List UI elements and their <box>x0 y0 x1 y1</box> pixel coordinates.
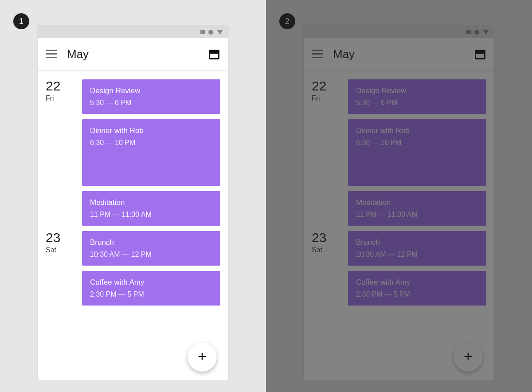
app-bar: May <box>38 38 228 71</box>
event-card[interactable]: Dinner with Rob6:30 — 10 PM <box>82 119 220 186</box>
svg-rect-4 <box>210 51 219 53</box>
date-group: 23SatBrunch10:30 AM — 12 PMCoffee with A… <box>312 231 486 306</box>
status-triangle-icon <box>217 30 223 35</box>
event-time: 10:30 AM — 12 PM <box>90 251 212 259</box>
status-circle-icon <box>474 30 479 35</box>
calendar-app: May 22FriDesign Review5:30 — 6 PMDinner … <box>304 38 494 380</box>
date-group: 22FriDesign Review5:30 — 6 PMDinner with… <box>312 79 486 226</box>
event-time: 2:30 PM — 5 PM <box>356 290 478 298</box>
events-column: Design Review5:30 — 6 PMDinner with Rob6… <box>82 79 220 226</box>
plus-icon: + <box>464 348 473 365</box>
status-bar <box>304 26 494 38</box>
event-title: Coffee with Amy <box>356 278 478 287</box>
date-column: 23Sat <box>46 231 73 254</box>
event-title: Brunch <box>356 238 478 247</box>
event-card[interactable]: Coffee with Amy2:30 PM — 5 PM <box>348 271 486 306</box>
event-title: Design Review <box>90 86 212 95</box>
svg-rect-5 <box>312 50 323 51</box>
status-square-icon <box>200 30 205 34</box>
menu-icon[interactable] <box>312 50 323 59</box>
events-column: Brunch10:30 AM — 12 PMCoffee with Amy2:3… <box>348 231 486 306</box>
menu-icon[interactable] <box>46 50 57 59</box>
event-time: 5:30 — 6 PM <box>90 99 212 107</box>
date-number: 23 <box>312 231 339 244</box>
fab-add-event[interactable]: + <box>454 342 483 372</box>
date-number: 22 <box>46 79 73 93</box>
calendar-icon[interactable] <box>474 48 486 60</box>
date-column: 23Sat <box>312 231 339 254</box>
date-group: 22FriDesign Review5:30 — 6 PMDinner with… <box>46 79 220 226</box>
date-number: 22 <box>312 79 339 93</box>
event-list[interactable]: 22FriDesign Review5:30 — 6 PMDinner with… <box>304 71 494 380</box>
event-card[interactable]: Design Review5:30 — 6 PM <box>348 79 486 114</box>
events-column: Design Review5:30 — 6 PMDinner with Rob6… <box>348 79 486 226</box>
appbar-title: May <box>67 47 89 61</box>
panel-badge-1: 1 <box>13 13 29 29</box>
event-time: 11 PM — 11:30 AM <box>90 211 212 219</box>
event-title: Coffee with Amy <box>90 278 212 287</box>
event-card[interactable]: Brunch10:30 AM — 12 PM <box>348 231 486 266</box>
event-title: Meditation <box>90 198 212 207</box>
status-square-icon <box>466 30 471 34</box>
event-time: 2:30 PM — 5 PM <box>90 290 212 298</box>
svg-rect-0 <box>46 50 57 51</box>
event-title: Design Review <box>356 86 478 95</box>
event-card[interactable]: Meditation11 PM — 11:30 AM <box>82 191 220 226</box>
events-column: Brunch10:30 AM — 12 PMCoffee with Amy2:3… <box>82 231 220 306</box>
event-time: 6:30 — 10 PM <box>90 139 212 147</box>
svg-rect-2 <box>46 57 57 58</box>
event-time: 11 PM — 11:30 AM <box>356 211 478 219</box>
panel-normal: 1 May 22FriDesign Review5:30 — 6 PMDinne… <box>0 0 266 392</box>
status-bar <box>38 26 228 38</box>
svg-rect-9 <box>476 51 485 53</box>
svg-rect-1 <box>46 53 57 55</box>
date-column: 22Fri <box>312 79 339 102</box>
svg-rect-6 <box>312 53 323 55</box>
date-weekday: Fri <box>46 94 73 102</box>
app-bar: May <box>304 38 494 71</box>
svg-rect-7 <box>312 57 323 58</box>
event-title: Brunch <box>90 238 212 247</box>
status-triangle-icon <box>483 30 489 35</box>
calendar-app: May 22FriDesign Review5:30 — 6 PMDinner … <box>38 38 228 380</box>
plus-icon: + <box>198 348 207 365</box>
event-card[interactable]: Brunch10:30 AM — 12 PM <box>82 231 220 266</box>
panel-badge-2: 2 <box>279 13 295 29</box>
fab-add-event[interactable]: + <box>188 342 217 372</box>
event-card[interactable]: Coffee with Amy2:30 PM — 5 PM <box>82 271 220 306</box>
event-time: 6:30 — 10 PM <box>356 139 478 147</box>
calendar-icon[interactable] <box>208 48 220 60</box>
event-title: Meditation <box>356 198 478 207</box>
date-column: 22Fri <box>46 79 73 102</box>
appbar-title: May <box>333 47 355 61</box>
event-card[interactable]: Dinner with Rob6:30 — 10 PM <box>348 119 486 186</box>
status-circle-icon <box>208 30 213 35</box>
event-title: Dinner with Rob <box>90 126 212 135</box>
event-time: 5:30 — 6 PM <box>356 99 478 107</box>
date-number: 23 <box>46 231 73 244</box>
event-list[interactable]: 22FriDesign Review5:30 — 6 PMDinner with… <box>38 71 228 380</box>
event-time: 10:30 AM — 12 PM <box>356 251 478 259</box>
device-frame: May 22FriDesign Review5:30 — 6 PMDinner … <box>304 26 494 380</box>
event-card[interactable]: Meditation11 PM — 11:30 AM <box>348 191 486 226</box>
date-group: 23SatBrunch10:30 AM — 12 PMCoffee with A… <box>46 231 220 306</box>
date-weekday: Sat <box>46 246 73 254</box>
date-weekday: Sat <box>312 246 339 254</box>
event-card[interactable]: Design Review5:30 — 6 PM <box>82 79 220 114</box>
device-frame: May 22FriDesign Review5:30 — 6 PMDinner … <box>38 26 228 380</box>
panel-scrimmed: 2 May 22FriDesign Review5:30 — 6 PMDinne… <box>266 0 532 392</box>
event-title: Dinner with Rob <box>356 126 478 135</box>
date-weekday: Fri <box>312 94 339 102</box>
